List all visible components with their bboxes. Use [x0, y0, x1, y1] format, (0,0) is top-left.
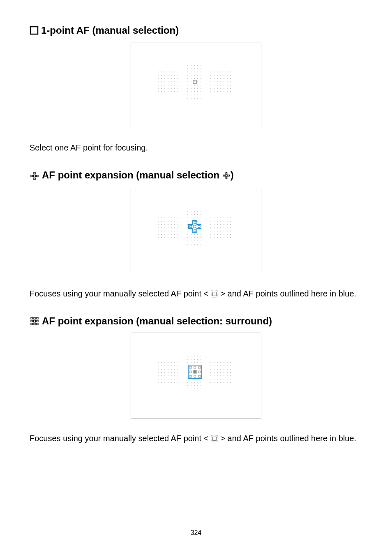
svg-point-220 [191, 214, 191, 215]
svg-point-183 [171, 224, 172, 225]
svg-point-208 [161, 237, 162, 238]
svg-point-112 [210, 75, 211, 76]
svg-point-307 [224, 237, 224, 238]
svg-point-42 [178, 88, 178, 89]
svg-point-271 [220, 221, 221, 222]
svg-rect-320 [37, 317, 38, 319]
svg-point-385 [187, 362, 188, 363]
svg-point-431 [210, 372, 211, 373]
svg-point-23 [161, 81, 162, 82]
svg-point-148 [214, 91, 214, 92]
svg-point-71 [191, 78, 191, 79]
svg-point-350 [168, 372, 168, 373]
body-text-2: Focuses using your manually selected AF … [30, 287, 362, 300]
svg-point-186 [158, 227, 159, 228]
svg-point-359 [174, 375, 175, 376]
svg-point-217 [197, 211, 198, 212]
svg-point-293 [224, 231, 224, 231]
svg-rect-311 [194, 222, 196, 224]
svg-point-331 [174, 362, 175, 363]
svg-point-197 [171, 231, 172, 231]
svg-point-177 [174, 221, 175, 222]
svg-point-251 [187, 241, 188, 241]
svg-point-6 [174, 72, 175, 72]
svg-point-264 [220, 217, 221, 218]
svg-point-209 [164, 237, 165, 238]
svg-point-442 [224, 375, 224, 376]
svg-point-85 [187, 88, 188, 89]
svg-point-362 [161, 379, 162, 379]
svg-point-38 [164, 88, 165, 89]
svg-point-440 [217, 375, 218, 376]
svg-point-1 [158, 72, 159, 72]
svg-point-261 [210, 217, 211, 218]
svg-rect-322 [37, 320, 38, 322]
svg-point-369 [161, 382, 162, 383]
svg-point-399 [201, 382, 201, 383]
svg-point-295 [230, 231, 231, 231]
svg-point-29 [158, 85, 159, 86]
svg-point-17 [164, 78, 165, 79]
svg-point-395 [187, 382, 188, 383]
svg-point-231 [197, 221, 198, 222]
svg-point-139 [230, 85, 231, 86]
svg-point-388 [197, 362, 198, 363]
svg-point-299 [220, 234, 221, 235]
svg-point-287 [227, 227, 228, 228]
svg-point-417 [210, 366, 211, 366]
svg-point-309 [230, 237, 231, 238]
diagram-cross [131, 188, 261, 274]
svg-point-398 [197, 382, 198, 383]
svg-point-347 [158, 372, 159, 373]
svg-point-124 [227, 78, 228, 79]
svg-point-247 [191, 237, 191, 238]
svg-point-424 [210, 369, 211, 370]
svg-point-348 [161, 372, 162, 373]
svg-point-397 [194, 382, 195, 383]
svg-point-141 [214, 88, 214, 89]
svg-point-366 [174, 379, 175, 379]
svg-point-136 [220, 85, 221, 86]
svg-point-19 [171, 78, 172, 79]
svg-point-386 [191, 362, 191, 363]
svg-point-226 [194, 217, 195, 218]
svg-point-457 [227, 382, 228, 383]
svg-point-178 [178, 221, 178, 222]
svg-point-272 [224, 221, 224, 222]
svg-point-189 [168, 227, 168, 228]
svg-rect-469 [211, 435, 218, 442]
svg-point-458 [230, 382, 231, 383]
svg-point-364 [168, 379, 168, 379]
svg-point-128 [217, 81, 218, 82]
svg-point-330 [171, 362, 172, 363]
svg-point-356 [164, 375, 165, 376]
section-1-point-af: 1-point AF (manual selection) [30, 25, 362, 154]
svg-point-203 [168, 234, 168, 235]
svg-point-344 [171, 369, 172, 370]
svg-point-153 [230, 91, 231, 92]
svg-point-201 [161, 234, 162, 235]
svg-point-444 [230, 375, 231, 376]
svg-rect-313 [190, 226, 192, 228]
svg-point-27 [174, 81, 175, 82]
svg-point-104 [201, 98, 201, 99]
svg-point-244 [197, 234, 198, 235]
svg-point-254 [197, 241, 198, 241]
svg-point-181 [164, 224, 165, 225]
svg-point-436 [227, 372, 228, 373]
svg-point-298 [217, 234, 218, 235]
svg-point-11 [168, 75, 168, 76]
svg-point-78 [197, 81, 198, 82]
svg-point-227 [197, 217, 198, 218]
svg-point-426 [217, 369, 218, 370]
svg-rect-310 [194, 225, 196, 228]
svg-point-167 [164, 217, 165, 218]
svg-point-382 [194, 359, 195, 360]
svg-rect-321 [31, 320, 32, 322]
svg-point-53 [197, 65, 198, 66]
heading-1-point-af: 1-point AF (manual selection) [30, 25, 362, 36]
svg-point-74 [201, 78, 201, 79]
svg-point-221 [194, 214, 195, 215]
svg-point-168 [168, 217, 168, 218]
heading-text: AF point expansion (manual selection: su… [42, 315, 272, 327]
